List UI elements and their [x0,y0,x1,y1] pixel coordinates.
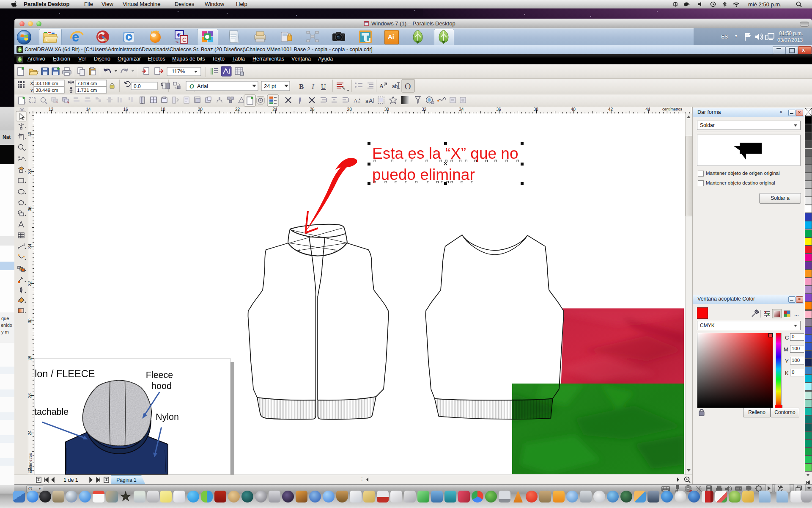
svg-text:30: 30 [384,107,390,112]
svg-text:A: A [379,83,384,89]
svg-text:38.449 cm: 38.449 cm [36,88,58,93]
svg-text:32: 32 [422,107,427,112]
svg-text:16: 16 [123,107,128,112]
svg-text:24 pt: 24 pt [264,83,276,89]
svg-text:24: 24 [272,107,277,112]
svg-text:38: 38 [28,169,32,174]
svg-text:lon / FLEECE: lon / FLEECE [35,368,95,379]
svg-text:B: B [299,83,304,91]
svg-text:36: 36 [28,206,32,211]
svg-text:42: 42 [608,107,613,112]
svg-text:1.731 cm: 1.731 cm [77,88,97,93]
svg-text:Fleece: Fleece [146,370,173,380]
svg-text:38: 38 [534,107,539,112]
svg-text:7.819 cm: 7.819 cm [77,81,97,86]
svg-text:32: 32 [28,281,32,286]
svg-text:Esta es la “X” que no: Esta es la “X” que no [372,145,518,162]
svg-text:26: 26 [310,107,315,112]
svg-text:mié 2:50 p.m.: mié 2:50 p.m. [748,1,782,8]
svg-text:hood: hood [151,381,172,391]
svg-text:O: O [189,83,194,90]
svg-text:0.0: 0.0 [134,83,141,89]
svg-text:tachable: tachable [34,407,69,417]
svg-text:18: 18 [161,107,166,112]
svg-text:centímetros: centímetros [28,453,33,473]
svg-text:28: 28 [28,356,32,361]
svg-text:a: a [365,98,368,104]
svg-text:30: 30 [28,318,32,323]
svg-text:24: 24 [28,431,32,436]
svg-text:I: I [311,83,315,91]
svg-text:34: 34 [459,107,464,112]
svg-text:40: 40 [571,107,576,112]
svg-text:A: A [354,97,358,104]
svg-text:TA: TA [176,41,178,44]
svg-text:centímetros: centímetros [662,107,683,111]
svg-text:34: 34 [28,244,32,249]
svg-text:33.188 cm: 33.188 cm [36,81,58,86]
svg-text:44: 44 [645,107,650,112]
svg-text:puedo eliminar: puedo eliminar [372,166,475,183]
svg-text:O: O [405,82,411,91]
svg-text:12: 12 [49,107,54,112]
svg-text:ab: ab [392,83,398,89]
svg-text:20: 20 [198,107,203,112]
svg-text:1 de 1: 1 de 1 [63,477,78,483]
svg-text:C: C [182,36,187,43]
svg-text:28: 28 [347,107,352,112]
svg-text:A: A [369,97,373,104]
svg-text:26: 26 [28,393,32,398]
svg-text:40: 40 [28,132,32,137]
svg-text:U: U [321,83,326,90]
svg-text:22: 22 [235,107,240,112]
svg-text:36: 36 [496,107,501,112]
svg-text:Arial: Arial [197,83,208,89]
svg-text:14: 14 [86,107,91,112]
svg-text:...: ... [794,311,799,317]
svg-text:Nylon: Nylon [156,412,179,422]
svg-text:117%: 117% [172,69,185,75]
